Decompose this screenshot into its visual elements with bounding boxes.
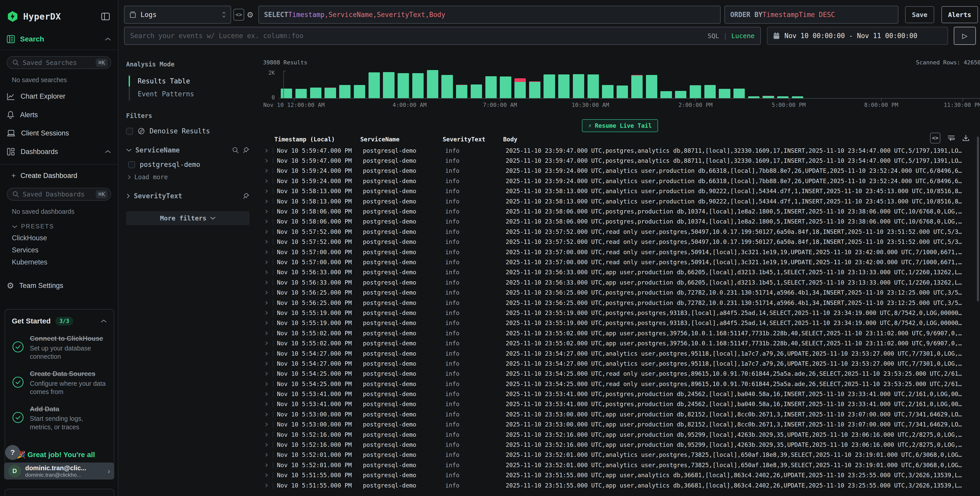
more-filters-button[interactable]: More filters: [126, 211, 250, 225]
saved-dashboards-field[interactable]: [23, 191, 92, 198]
histogram-bar[interactable]: [936, 70, 951, 98]
histogram-bar[interactable]: [921, 70, 936, 98]
histogram-bar[interactable]: [644, 70, 659, 98]
time-range-picker[interactable]: Nov 10 00:00:00 - Nov 11 00:00:00: [767, 27, 948, 45]
sidebar-item-client-sessions[interactable]: Client Sessions: [0, 124, 118, 142]
histogram-bar[interactable]: [484, 70, 498, 98]
create-dashboard-button[interactable]: + Create Dashboard: [0, 164, 118, 180]
row-expand-icon[interactable]: [260, 462, 273, 468]
table-row[interactable]: Nov 10 5:58:13.000 PMpostgresql-demoinfo…: [260, 186, 980, 196]
get-started-step[interactable]: Connect to ClickHouseSet up your databas…: [12, 334, 107, 361]
table-row[interactable]: Nov 10 5:54:25.000 PMpostgresql-demoinfo…: [260, 379, 980, 389]
histogram-bar[interactable]: [717, 70, 732, 98]
pin-icon[interactable]: [242, 147, 250, 154]
histogram-bar[interactable]: [323, 70, 338, 98]
table-row[interactable]: Nov 10 5:52:16.000 PMpostgresql-demoinfo…: [260, 440, 980, 450]
row-expand-icon[interactable]: [260, 472, 273, 478]
row-expand-icon[interactable]: [260, 411, 273, 418]
download-icon[interactable]: [962, 134, 970, 142]
denoise-checkbox[interactable]: [126, 128, 133, 135]
table-row[interactable]: Nov 10 5:56:33.000 PMpostgresql-demoinfo…: [260, 267, 980, 278]
sidebar-item-team-settings[interactable]: ⚙ Team Settings: [0, 266, 118, 290]
table-row[interactable]: Nov 10 5:54:27.000 PMpostgresql-demoinfo…: [260, 348, 980, 359]
table-row[interactable]: Nov 10 5:51:55.000 PMpostgresql-demoinfo…: [260, 470, 980, 480]
filter-group-servicename[interactable]: ServiceName: [126, 146, 250, 154]
histogram-bar[interactable]: [455, 70, 469, 98]
row-expand-icon[interactable]: [260, 218, 273, 225]
histogram-bar[interactable]: [411, 70, 425, 98]
histogram-bar[interactable]: [732, 70, 746, 98]
table-code-view-button[interactable]: <>: [930, 132, 940, 144]
histogram-bar[interactable]: [849, 70, 864, 98]
histogram-bar[interactable]: [746, 70, 761, 98]
histogram-bar[interactable]: [790, 70, 805, 98]
table-row[interactable]: Nov 10 5:53:00.000 PMpostgresql-demoinfo…: [260, 409, 980, 419]
histogram-bar[interactable]: [425, 70, 440, 98]
select-query-input[interactable]: SELECT Timestamp,ServiceName,SeverityTex…: [258, 6, 721, 24]
histogram-bar[interactable]: [673, 70, 688, 98]
histogram-bar[interactable]: [951, 70, 966, 98]
table-row[interactable]: Nov 10 5:59:47.000 PMpostgresql-demoinfo…: [260, 156, 980, 166]
histogram-bar[interactable]: [863, 70, 878, 98]
event-search-bar[interactable]: SQL | Lucene: [124, 27, 761, 45]
mode-results-table[interactable]: Results Table: [130, 75, 250, 88]
histogram-bar[interactable]: [338, 70, 352, 98]
get-started-step[interactable]: Add DataStart sending logs, metrics, or …: [12, 405, 107, 431]
histogram-bar[interactable]: [513, 70, 528, 98]
chevron-up-icon[interactable]: [100, 319, 107, 323]
lucene-toggle[interactable]: Lucene: [732, 32, 754, 40]
row-expand-icon[interactable]: [260, 442, 273, 448]
sidebar-item-search[interactable]: Search: [0, 23, 118, 50]
histogram-bar[interactable]: [294, 70, 309, 98]
histogram-bar[interactable]: [571, 70, 586, 98]
row-expand-icon[interactable]: [260, 178, 273, 184]
table-row[interactable]: Nov 10 5:57:00.000 PMpostgresql-demoinfo…: [260, 257, 980, 267]
pin-icon[interactable]: [242, 192, 250, 199]
row-expand-icon[interactable]: [260, 432, 273, 438]
histogram-bar[interactable]: [761, 70, 776, 98]
histogram-bar[interactable]: [396, 70, 411, 98]
saved-dashboards-input[interactable]: ⌘K: [7, 188, 111, 201]
table-row[interactable]: Nov 10 5:54:25.000 PMpostgresql-demoinfo…: [260, 369, 980, 379]
row-expand-icon[interactable]: [260, 270, 273, 276]
histogram-bar[interactable]: [776, 70, 790, 98]
column-header-timestamp[interactable]: Timestamp (Local): [273, 136, 359, 143]
column-header-servicename[interactable]: ServiceName: [359, 136, 442, 143]
table-row[interactable]: Nov 10 5:52:01.000 PMpostgresql-demoinfo…: [260, 450, 980, 460]
histogram-bar[interactable]: [834, 70, 849, 98]
user-menu[interactable]: D dominic.tran@clic... dominic.tran@clic…: [4, 463, 114, 480]
row-expand-icon[interactable]: [260, 289, 273, 296]
service-option-checkbox[interactable]: [128, 161, 135, 168]
histogram-bar[interactable]: [819, 70, 834, 98]
sidebar-item-dashboards[interactable]: Dashboards: [0, 142, 118, 161]
row-expand-icon[interactable]: [260, 168, 273, 174]
sidebar-item-alerts[interactable]: Alerts: [0, 105, 118, 124]
table-row[interactable]: Nov 10 5:56:25.000 PMpostgresql-demoinfo…: [260, 287, 980, 297]
preset-item[interactable]: Services: [0, 242, 118, 254]
histogram-bar[interactable]: [542, 70, 557, 98]
filter-group-severitytext[interactable]: SeverityText: [126, 192, 250, 200]
row-expand-icon[interactable]: [260, 452, 273, 458]
row-expand-icon[interactable]: [260, 239, 273, 245]
table-row[interactable]: Nov 10 5:52:16.000 PMpostgresql-demoinfo…: [260, 429, 980, 440]
table-row[interactable]: Nov 10 5:52:01.000 PMpostgresql-demoinfo…: [260, 460, 980, 470]
preset-item[interactable]: ClickHouse: [0, 230, 118, 242]
table-row[interactable]: Nov 10 5:59:47.000 PMpostgresql-demoinfo…: [260, 145, 980, 156]
histogram-bar[interactable]: [966, 70, 980, 98]
histogram-bar[interactable]: [615, 70, 630, 98]
chevron-up-icon[interactable]: [105, 37, 111, 41]
mode-event-patterns[interactable]: Event Patterns: [130, 88, 250, 100]
row-expand-icon[interactable]: [260, 340, 273, 346]
table-row[interactable]: Nov 10 5:58:13.000 PMpostgresql-demoinfo…: [260, 196, 980, 206]
table-row[interactable]: Nov 10 5:57:00.000 PMpostgresql-demoinfo…: [260, 247, 980, 257]
event-search-field[interactable]: [130, 32, 703, 40]
histogram-bar[interactable]: [907, 70, 922, 98]
row-expand-icon[interactable]: [260, 351, 273, 357]
column-header-body[interactable]: Body: [502, 136, 980, 143]
source-select[interactable]: Logs: [124, 6, 231, 24]
wrap-lines-icon[interactable]: [947, 134, 955, 142]
histogram-bar[interactable]: [527, 70, 542, 98]
histogram-bar[interactable]: [659, 70, 673, 98]
service-option-label[interactable]: postgresql-demo: [140, 161, 200, 168]
sql-toggle[interactable]: SQL: [708, 32, 719, 40]
